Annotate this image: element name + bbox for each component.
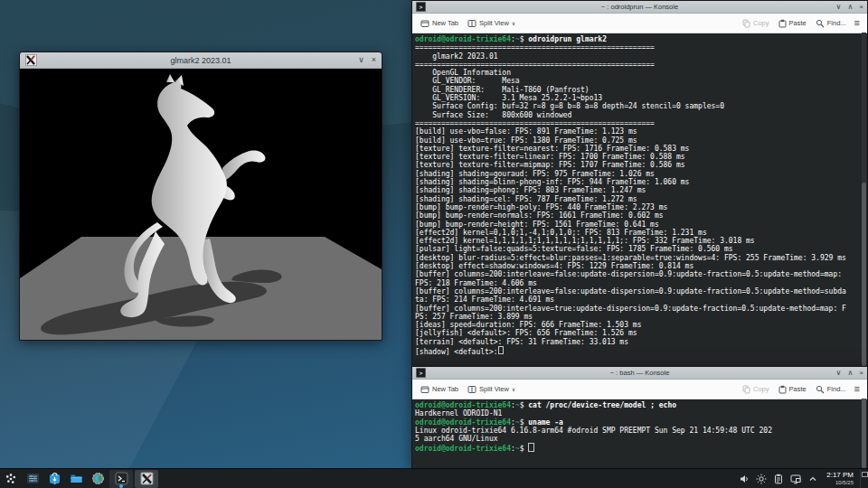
copy-button[interactable]: Copy	[740, 383, 772, 396]
terminal-line: [build] use-vbo=false: FPS: 891 FrameTim…	[415, 127, 860, 136]
brightness-icon[interactable]	[754, 471, 769, 487]
konsole-task-button[interactable]	[109, 470, 133, 488]
file-manager-button[interactable]	[65, 470, 87, 488]
konsole-bottom-titlebar[interactable]: > ~ : bash — Konsole ∨ ∧ ×	[412, 367, 867, 380]
split-view-button[interactable]: Split View ∨	[465, 383, 518, 396]
new-tab-button[interactable]: New Tab	[418, 17, 461, 30]
copy-icon	[742, 385, 750, 394]
terminal-line: OpenGL Information	[415, 69, 860, 77]
new-tab-icon	[420, 385, 429, 394]
copy-button[interactable]: Copy	[740, 17, 772, 30]
menu-hamburger-icon[interactable]: ≡	[853, 384, 862, 394]
terminal-line: [effect2d] kernel=0,1,0;1,-4,1;0,1,0;: F…	[415, 229, 860, 237]
terminal-output-bash[interactable]: odroid@odroid-trixie64:~$ cat /proc/devi…	[412, 399, 867, 470]
show-desktop-button[interactable]	[860, 470, 868, 488]
find-button[interactable]: Find...	[813, 17, 849, 30]
app-launcher-button[interactable]	[0, 470, 22, 488]
terminal-line: [bump] bump-render=normals: FPS: 1661 Fr…	[415, 211, 860, 220]
search-icon	[816, 19, 825, 28]
discover-button[interactable]	[43, 470, 65, 488]
system-settings-button[interactable]	[87, 470, 108, 488]
paste-button[interactable]: Paste	[776, 383, 809, 396]
display-icon[interactable]	[788, 471, 803, 487]
minimize-button[interactable]: ∨	[358, 56, 364, 64]
terminal-line: Linux odroid-trixie64 6.16.8-arm64 #odro…	[415, 427, 860, 435]
terminal-line: [ideas] speed=duration: FPS: 666 FrameTi…	[415, 321, 860, 329]
terminal-line: [build] use-vbo=true: FPS: 1380 FrameTim…	[415, 136, 860, 145]
konsole-top-window-title: ~ : odroidprun — Konsole	[412, 3, 867, 11]
file-manager-icon	[70, 472, 83, 485]
clipboard-icon[interactable]	[771, 471, 786, 487]
terminal-line: ========================================…	[415, 43, 860, 52]
konsole-icon: >	[416, 2, 426, 12]
settings-sliders-button[interactable]	[22, 470, 43, 488]
glmark2-task-button[interactable]	[135, 470, 158, 488]
terminal-line: ========================================…	[415, 61, 860, 69]
terminal-line: [shadow] <default>:	[415, 346, 860, 356]
terminal-scrollbar[interactable]	[862, 33, 866, 366]
scrollbar-handle[interactable]	[862, 399, 866, 468]
menu-hamburger-icon[interactable]: ≡	[853, 18, 862, 28]
split-view-caret-icon: ∨	[512, 20, 515, 26]
terminal-line: GL_VENDOR: Mesa	[415, 77, 860, 85]
close-button[interactable]: ×	[859, 370, 863, 377]
terminal-line: [shading] shading=cel: FPS: 787 FrameTim…	[415, 195, 860, 203]
konsole-top-titlebar[interactable]: > ~ : odroidprun — Konsole ∨ ∧ ×	[412, 1, 867, 14]
scrollbar-handle[interactable]	[862, 183, 866, 366]
terminal-line: [texture] texture-filter=mipmap: FPS: 17…	[415, 161, 860, 169]
terminal-line: Surface Size: 800x600 windowed	[415, 111, 860, 119]
minimize-button[interactable]: ∨	[836, 370, 842, 377]
terminal-line: 5 aarch64 GNU/Linux	[415, 435, 860, 443]
x11-app-icon	[140, 472, 154, 485]
terminal-line: odroid@odroid-trixie64:~$ uname -a	[415, 418, 860, 427]
terminal-scrollbar[interactable]	[862, 399, 866, 468]
paste-icon	[778, 385, 787, 394]
terminal-line: FPS: 218 FrameTime: 4.606 ms	[415, 279, 860, 287]
terminal-line: [buffer] columns=200:interleave=true:upd…	[415, 305, 860, 313]
terminal-line: [desktop] blur-radius=5:effect=blur:pass…	[415, 254, 860, 262]
terminal-line: ta: FPS: 214 FrameTime: 4.691 ms	[415, 296, 860, 304]
maximize-button[interactable]: ∧	[847, 4, 853, 11]
terminal-line: [texture] texture-filter=nearest: FPS: 1…	[415, 145, 860, 153]
glmark2-titlebar[interactable]: glmark2 2023.01 ∨ ×	[20, 52, 382, 69]
close-button[interactable]: ×	[859, 4, 863, 11]
terminal-line: [buffer] columns=200:interleave=false:up…	[415, 287, 860, 296]
terminal-line: odroid@odroid-trixie64:~$	[415, 443, 860, 453]
system-settings-icon	[91, 472, 105, 485]
paste-button[interactable]: Paste	[776, 17, 809, 30]
clock-time: 2:17 PM	[826, 472, 854, 479]
new-tab-icon	[420, 19, 429, 28]
running-indicator-dot	[119, 484, 123, 488]
app-launcher-icon	[5, 473, 17, 485]
terminal-line: [shading] shading=blinn-phong-inf: FPS: …	[415, 178, 860, 186]
terminal-line: [bump] bump-render=high-poly: FPS: 440 F…	[415, 203, 860, 211]
terminal-line: [texture] texture-filter=linear: FPS: 17…	[415, 153, 860, 161]
split-view-button[interactable]: Split View ∨	[465, 17, 518, 30]
terminal-line: [desktop] effect=shadow:windows=4: FPS: …	[415, 262, 860, 270]
terminal-line: [bump] bump-render=height: FPS: 1561 Fra…	[415, 221, 860, 229]
x11-app-icon	[25, 54, 37, 66]
glmark2-render-scene	[20, 69, 382, 340]
terminal-line: [shading] shading=phong: FPS: 803 FrameT…	[415, 186, 860, 194]
desktop: glmark2 2023.01 ∨ ×	[0, 0, 868, 488]
terminal-line: Hardkernel ODROID-N1	[415, 409, 860, 418]
terminal-line: Surface Config: buf=32 r=8 g=8 b=8 a=8 d…	[415, 102, 860, 110]
minimize-button[interactable]: ∨	[836, 4, 842, 11]
discover-icon	[48, 472, 61, 485]
maximize-button[interactable]: ∧	[847, 370, 853, 377]
expand-tray-chevron-icon[interactable]	[806, 471, 820, 487]
konsole-toolbar: New Tab Split View ∨ Copy Paste Find... …	[412, 14, 867, 33]
terminal-line: odroid@odroid-trixie64:~$ cat /proc/devi…	[415, 401, 860, 409]
konsole-toolbar: New Tab Split View ∨ Copy Paste Find... …	[412, 380, 867, 399]
volume-icon[interactable]	[737, 471, 751, 487]
digital-clock[interactable]: 2:17 PM 10/5/25	[826, 472, 854, 485]
glmark2-window-title: glmark2 2023.01	[20, 56, 382, 65]
system-tray: 2:17 PM 10/5/25	[737, 470, 868, 488]
find-button[interactable]: Find...	[813, 383, 849, 396]
close-button[interactable]: ×	[372, 56, 376, 64]
new-tab-button[interactable]: New Tab	[418, 383, 461, 396]
split-view-icon	[467, 385, 476, 394]
konsole-bottom-window-title: ~ : bash — Konsole	[412, 369, 867, 377]
terminal-line: GL_RENDERER: Mali-T860 (Panfrost)	[415, 86, 860, 94]
terminal-output-odroidprun[interactable]: odroid@odroid-trixie64:~$ odroidprun glm…	[412, 33, 867, 368]
